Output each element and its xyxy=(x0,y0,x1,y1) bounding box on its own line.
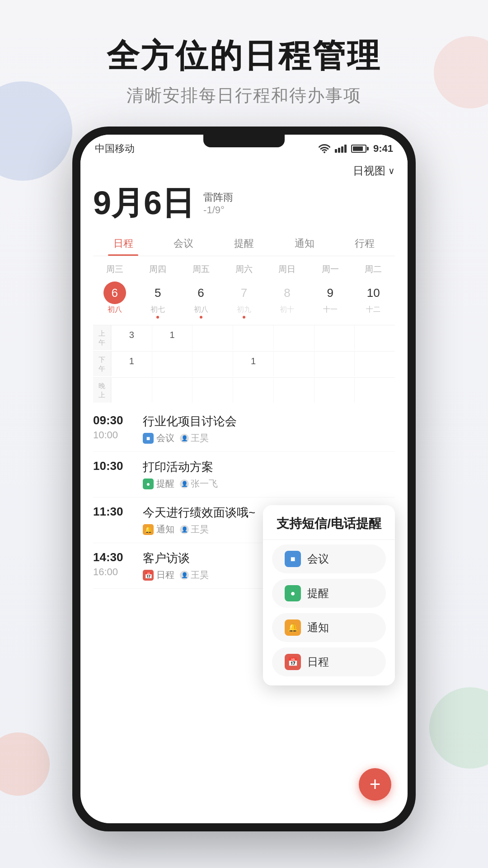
date-cell-6[interactable]: 10 十二 xyxy=(352,279,395,321)
person-icon-0: 👤 xyxy=(180,434,189,443)
date-cell-0[interactable]: 6 初八 xyxy=(93,279,136,321)
date-cell-1[interactable]: 5 初七 xyxy=(136,279,179,321)
schedule-item-1[interactable]: 10:30 打印活动方案 ● 提醒 👤 张 xyxy=(93,452,395,497)
period-cell-m0: 3 xyxy=(111,325,152,350)
period-cell-e4 xyxy=(273,378,314,403)
lunar-day-3: 初九 xyxy=(237,305,251,314)
period-cell-e2 xyxy=(192,378,233,403)
tab-itinerary[interactable]: 行程 xyxy=(334,232,395,256)
period-grid-evening: 晚 上 xyxy=(93,377,395,403)
period-cell-m3 xyxy=(233,325,273,350)
date-number-5: 9 xyxy=(319,282,342,304)
date-cell-2[interactable]: 6 初八 xyxy=(179,279,222,321)
event-person-1: 👤 张一飞 xyxy=(180,478,218,490)
page-subtitle: 清晰安排每日行程和待办事项 xyxy=(0,84,488,107)
event-dot-3 xyxy=(243,316,245,319)
time-end-3: 16:00 xyxy=(93,566,118,578)
date-cell-5[interactable]: 9 十一 xyxy=(309,279,352,321)
date-header: 9月6日 雷阵雨 -1/9° xyxy=(93,182,395,225)
header-section: 全方位的日程管理 清晰安排每日行程和待办事项 xyxy=(0,0,488,107)
tooltip-icon-schedule: 📅 xyxy=(285,654,301,670)
weather-info: 雷阵雨 -1/9° xyxy=(203,191,233,216)
period-cell-e1 xyxy=(152,378,192,403)
tooltip-action-notify[interactable]: 🔔 通知 xyxy=(272,613,386,642)
time-col-2: 11:30 xyxy=(93,505,134,519)
time-start-3: 14:30 xyxy=(93,550,123,564)
date-cell-3[interactable]: 7 初九 xyxy=(222,279,265,321)
period-cell-e6 xyxy=(354,378,395,403)
tooltip-action-list: ■ 会议 ● 提醒 🔔 通知 📅 日程 xyxy=(263,540,395,685)
tooltip-icon-meeting: ■ xyxy=(285,551,301,567)
event-dot-2 xyxy=(200,316,202,319)
event-dot-1 xyxy=(156,316,159,319)
event-type-2: 🔔 通知 xyxy=(143,523,174,535)
person-icon-3: 👤 xyxy=(180,571,189,580)
lunar-day-5: 十一 xyxy=(323,305,338,314)
tab-meeting[interactable]: 会议 xyxy=(154,232,214,256)
type-icon-reminder-1: ● xyxy=(143,479,154,489)
type-label-0: 会议 xyxy=(156,432,174,444)
date-number-1: 5 xyxy=(146,282,169,304)
period-grid-afternoon: 下 午 1 1 xyxy=(93,351,395,376)
event-person-0: 👤 王昊 xyxy=(180,432,209,444)
tab-notify[interactable]: 通知 xyxy=(274,232,335,256)
wifi-icon xyxy=(319,144,330,153)
event-meta-1: ● 提醒 👤 张一飞 xyxy=(143,478,395,490)
lunar-day-1: 初七 xyxy=(150,305,165,314)
person-name-1: 张一飞 xyxy=(191,478,218,490)
weekday-label-4: 周日 xyxy=(266,262,309,277)
time-col-0: 09:30 10:00 xyxy=(93,413,134,441)
tooltip-action-schedule[interactable]: 📅 日程 xyxy=(272,647,386,676)
fab-add-button[interactable]: + xyxy=(359,768,391,801)
type-label-1: 提醒 xyxy=(156,478,174,490)
period-cell-a3: 1 xyxy=(233,352,273,376)
tooltip-action-reminder[interactable]: ● 提醒 xyxy=(272,579,386,608)
tooltip-icon-reminder: ● xyxy=(285,585,301,601)
phone-notch xyxy=(203,135,285,147)
time-start-2: 11:30 xyxy=(93,505,123,519)
event-type-3: 📅 日程 xyxy=(143,569,174,581)
chevron-down-icon: ∨ xyxy=(388,165,395,176)
period-cell-m2 xyxy=(192,325,233,350)
tab-schedule[interactable]: 日程 xyxy=(93,232,154,256)
date-number-6: 10 xyxy=(362,282,385,304)
tooltip-label-meeting: 会议 xyxy=(307,552,329,566)
bg-decoration-green xyxy=(429,687,488,769)
period-cell-m4 xyxy=(273,325,314,350)
current-date: 9月6日 xyxy=(93,182,194,225)
period-cell-m1: 1 xyxy=(152,325,192,350)
period-cell-a2 xyxy=(192,352,233,376)
tooltip-label-schedule: 日程 xyxy=(307,655,329,669)
tooltip-popup: 支持短信/电话提醒 ■ 会议 ● 提醒 🔔 通知 📅 xyxy=(263,505,395,685)
event-type-0: ■ 会议 xyxy=(143,432,174,444)
time-col-3: 14:30 16:00 xyxy=(93,550,134,578)
tooltip-label-reminder: 提醒 xyxy=(307,586,329,601)
date-number-0: 6 xyxy=(103,282,126,304)
view-selector[interactable]: 日视图 ∨ xyxy=(353,164,395,178)
weather-name: 雷阵雨 xyxy=(203,191,233,204)
weekday-label-6: 周二 xyxy=(352,262,395,277)
person-icon-2: 👤 xyxy=(180,525,189,534)
event-person-2: 👤 王昊 xyxy=(180,523,209,535)
period-cell-a6 xyxy=(354,352,395,376)
event-title-1: 打印活动方案 xyxy=(143,459,395,475)
schedule-item-0[interactable]: 09:30 10:00 行业化项目讨论会 ■ 会议 xyxy=(93,406,395,452)
weather-temp: -1/9° xyxy=(203,204,233,216)
phone-screen: 中国移动 xyxy=(80,135,408,823)
phone-mockup: 中国移动 xyxy=(72,127,416,831)
status-right: 9:41 xyxy=(319,143,393,155)
tab-bar: 日程 会议 提醒 通知 行程 xyxy=(93,232,395,256)
period-cell-e0 xyxy=(111,378,152,403)
date-cell-4[interactable]: 8 初十 xyxy=(266,279,309,321)
tooltip-icon-notify: 🔔 xyxy=(285,619,301,636)
weekday-label-5: 周一 xyxy=(309,262,352,277)
period-cell-e5 xyxy=(314,378,355,403)
tooltip-action-meeting[interactable]: ■ 会议 xyxy=(272,544,386,573)
weekday-label-3: 周六 xyxy=(222,262,265,277)
top-bar: 日视图 ∨ xyxy=(93,159,395,182)
event-type-1: ● 提醒 xyxy=(143,478,174,490)
lunar-day-6: 十二 xyxy=(366,305,380,314)
tab-reminder[interactable]: 提醒 xyxy=(214,232,274,256)
date-number-3: 7 xyxy=(233,282,255,304)
event-col-0: 行业化项目讨论会 ■ 会议 👤 王昊 xyxy=(143,413,395,444)
